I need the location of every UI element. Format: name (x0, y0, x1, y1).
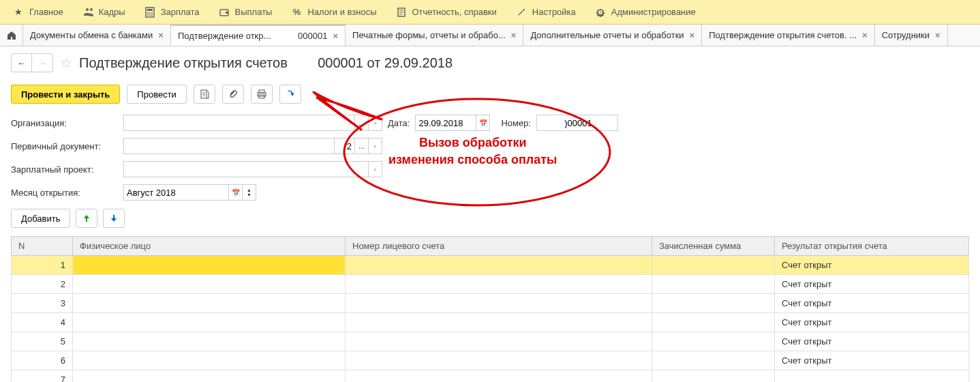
cell-n[interactable]: 5 (12, 332, 73, 351)
process-button[interactable] (279, 85, 301, 104)
menu-admin[interactable]: Администрирование (585, 0, 705, 24)
table-row[interactable]: 7 (12, 370, 969, 383)
cell-n[interactable]: 6 (12, 351, 73, 370)
col-sum[interactable]: Зачисленная сумма (652, 237, 775, 256)
cell-n[interactable]: 1 (12, 256, 73, 275)
table-row[interactable]: 3Счет открыт (12, 294, 969, 313)
add-button[interactable]: Добавить (11, 209, 70, 228)
open-button[interactable]: ▫ (369, 138, 382, 154)
tab-4[interactable]: Подтверждение открытия счетов. ... × (702, 25, 874, 46)
favorite-icon[interactable]: ☆ (60, 55, 72, 71)
post-and-close-button[interactable]: Провести и закрыть (11, 85, 120, 104)
cell-n[interactable]: 3 (12, 294, 73, 313)
calendar-button[interactable]: 📅 (229, 184, 243, 201)
post-button[interactable]: Провести (127, 85, 187, 104)
cell-nomer[interactable] (346, 332, 652, 351)
menu-vyplaty[interactable]: Выплаты (209, 0, 282, 24)
cell-n[interactable]: 4 (12, 313, 73, 332)
menu-zarplata[interactable]: Зарплата (135, 0, 209, 24)
print-button[interactable] (251, 85, 273, 104)
tab-5[interactable]: Сотрудники × (875, 25, 948, 46)
tab-1[interactable]: Подтверждение откр... 000001 × (171, 25, 346, 46)
table-row[interactable]: 4Счет открыт (12, 313, 969, 332)
close-icon[interactable]: × (690, 30, 695, 40)
org-input[interactable] (123, 115, 355, 131)
close-icon[interactable]: × (333, 31, 338, 41)
calendar-button[interactable]: 📅 (476, 115, 490, 131)
close-icon[interactable]: × (862, 30, 868, 40)
open-button[interactable]: ▫ (369, 115, 382, 131)
menu-main[interactable]: ★ Главное (3, 0, 73, 24)
col-nomer[interactable]: Номер лицевого счета (346, 237, 652, 256)
cell-fiz[interactable] (73, 370, 346, 383)
cell-result[interactable]: Счет открыт (775, 313, 969, 332)
move-down-button[interactable] (103, 209, 125, 228)
table-row[interactable]: 6Счет открыт (12, 351, 969, 370)
cell-fiz[interactable] (73, 294, 346, 313)
cell-result[interactable]: Счет открыт (775, 256, 969, 275)
home-tab[interactable] (0, 25, 23, 46)
cell-n[interactable]: 7 (12, 370, 73, 383)
cell-fiz[interactable] (73, 332, 346, 351)
primary-doc-code[interactable] (335, 138, 355, 154)
cell-sum[interactable] (652, 332, 775, 351)
cell-sum[interactable] (652, 256, 775, 275)
number-label: Номер: (501, 118, 531, 128)
cell-fiz[interactable] (73, 275, 346, 294)
date-input[interactable] (415, 115, 476, 131)
cell-fiz[interactable] (73, 256, 346, 275)
calc-icon (144, 7, 155, 18)
cell-nomer[interactable] (346, 313, 652, 332)
close-icon[interactable]: × (935, 30, 940, 40)
menu-nastroika[interactable]: Настройка (506, 0, 585, 24)
open-month-input[interactable] (123, 184, 229, 201)
cell-result[interactable]: Счет открыт (775, 332, 969, 351)
print-icon (256, 89, 267, 100)
back-button[interactable]: ← (12, 54, 32, 72)
open-button[interactable]: ▫ (369, 161, 382, 177)
menu-otchetnost[interactable]: Отчетность, справки (386, 0, 506, 24)
menu-kadry[interactable]: Кадры (73, 0, 135, 24)
table-row[interactable]: 2Счет открыт (12, 275, 969, 294)
cell-result[interactable]: Счет открыт (775, 294, 969, 313)
cell-result[interactable] (775, 370, 969, 383)
primary-doc-input[interactable] (123, 138, 335, 154)
ellipsis-button[interactable]: ... (355, 115, 369, 131)
tab-label: Дополнительные отчеты и обработки (530, 30, 684, 40)
cell-sum[interactable] (652, 275, 775, 294)
close-icon[interactable]: × (511, 30, 517, 40)
col-result[interactable]: Результат открытия счета (775, 237, 969, 256)
table-row[interactable]: 5Счет открыт (12, 332, 969, 351)
cell-nomer[interactable] (346, 275, 652, 294)
number-input[interactable] (536, 115, 618, 131)
cell-sum[interactable] (652, 351, 775, 370)
cell-sum[interactable] (652, 294, 775, 313)
cell-result[interactable]: Счет открыт (775, 275, 969, 294)
attach-button[interactable] (222, 85, 244, 104)
table-row[interactable]: 1Счет открыт (12, 256, 969, 275)
tab-0[interactable]: Документы обмена с банками × (23, 25, 171, 46)
cell-sum[interactable] (652, 313, 775, 332)
cell-n[interactable]: 2 (12, 275, 73, 294)
cell-nomer[interactable] (346, 351, 652, 370)
move-up-button[interactable] (76, 209, 97, 228)
cell-nomer[interactable] (346, 370, 652, 383)
cell-nomer[interactable] (346, 294, 652, 313)
cell-fiz[interactable] (73, 351, 346, 370)
cell-result[interactable]: Счет открыт (775, 351, 969, 370)
report-button[interactable] (194, 85, 215, 104)
tabs-bar: Документы обмена с банками × Подтвержден… (0, 25, 980, 46)
cell-nomer[interactable] (346, 256, 652, 275)
tab-3[interactable]: Дополнительные отчеты и обработки × (523, 25, 702, 46)
ellipsis-button[interactable]: ... (355, 138, 369, 154)
cell-fiz[interactable] (73, 313, 346, 332)
col-n[interactable]: N (12, 237, 73, 256)
tab-2[interactable]: Печатные формы, отчеты и обрабо... × (346, 25, 523, 46)
salary-project-input[interactable] (123, 161, 369, 177)
cell-sum[interactable] (652, 370, 775, 383)
menu-nalogi[interactable]: % Налоги и взносы (281, 0, 386, 24)
close-icon[interactable]: × (158, 30, 164, 40)
col-fiz[interactable]: Физическое лицо (73, 237, 346, 256)
forward-button[interactable]: → (32, 54, 52, 72)
spinner-button[interactable]: ▲▼ (243, 184, 256, 201)
